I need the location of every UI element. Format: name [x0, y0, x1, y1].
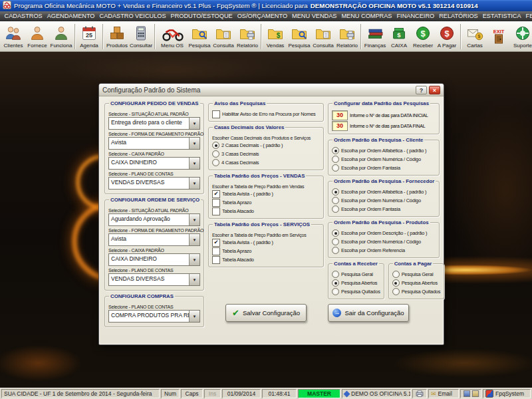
radio-checked-icon[interactable] — [332, 188, 339, 196]
toolbar-relatorio[interactable]: Relatório — [235, 22, 259, 51]
checkbox-tabela-aprazo[interactable]: Tabela Aprazo — [212, 247, 320, 255]
caixa-os-select[interactable]: CAIXA DINHEIRO▼ — [108, 253, 200, 266]
exit-config-button[interactable]: → Sair da Configuração — [328, 304, 409, 322]
menu-item-produto-estoque[interactable]: PRODUTO/ESTOQUE — [168, 11, 235, 21]
radio-escolha-por-ordem-descricao-padrao[interactable]: Escolha por Ordem Descrição - ( padrão ) — [332, 229, 436, 237]
situacao-pedido-select[interactable]: Entrega direto para o cliente▼ — [108, 117, 200, 130]
dialog-titlebar[interactable]: Configuração Padrão do Sistema ? × — [99, 84, 444, 96]
caixa-pedido-select[interactable]: CAIXA DINHEIRO▼ — [108, 157, 200, 170]
dropdown-arrow-icon[interactable]: ▼ — [189, 311, 200, 322]
checkbox-unchecked-icon[interactable] — [212, 110, 220, 118]
radio-escolha-por-ordem-fantasia[interactable]: Escolha por Ordem Fantasia — [332, 205, 436, 213]
menu-item-menu-compras[interactable]: MENU COMPRAS — [339, 11, 394, 21]
pagamento-os-select[interactable]: Avista▼ — [108, 233, 200, 246]
dialog-help-button[interactable]: ? — [416, 86, 427, 94]
menu-item-relatorios[interactable]: RELATÓRIOS — [437, 11, 481, 21]
radio-escolha-por-ordem-alfabetica-padra[interactable]: Escolha por Ordem Alfabética - ( padrão … — [332, 146, 436, 155]
checkbox-checked-icon[interactable] — [212, 190, 220, 198]
radio-escolha-por-ordem-numerica-codigo[interactable]: Escolha por Ordem Numérica / Código — [332, 237, 436, 246]
toolbar-suporte[interactable]: Suporte — [511, 22, 532, 51]
radio-escolha-por-ordem-alfabetica-padra[interactable]: Escolha por Ordem Alfabética - ( padrão … — [332, 188, 436, 196]
toolbar-relatorio[interactable]: Relatório — [335, 22, 359, 51]
menu-item-cadastro-veiculos[interactable]: CADASTRO VEICULOS — [97, 11, 168, 21]
toolbar-financas[interactable]: Finanças — [363, 22, 387, 51]
checkbox-tabela-atacado[interactable]: Tabela Atacado — [212, 207, 320, 215]
radio-unchecked-icon[interactable] — [332, 164, 339, 172]
radio-pesquisa-quitados[interactable]: Pesquisa Quitados — [392, 287, 441, 296]
pagamento-pedido-select[interactable]: Avista▼ — [108, 137, 200, 150]
status-tools[interactable] — [460, 389, 481, 398]
toolbar-produtos[interactable]: Produtos — [105, 22, 129, 51]
radio-escolha-por-ordem-numerica-codigo[interactable]: Escolha por Ordem Numérica / Código — [332, 155, 436, 164]
checkbox-habilitar-aviso-de-erro-na-procura[interactable]: Habilitar Aviso de Erro na Procura por N… — [212, 110, 320, 118]
dropdown-arrow-icon[interactable]: ▼ — [189, 158, 200, 169]
radio-escolha-por-ordem-referencia[interactable]: Escolha por Ordem Referencia — [332, 246, 436, 255]
radio-checked-icon[interactable] — [392, 279, 400, 287]
radio-3-casas-decimais[interactable]: 3 Casas Decimais — [212, 150, 320, 158]
radio-checked-icon[interactable] — [332, 229, 339, 237]
checkbox-unchecked-icon[interactable] — [212, 256, 220, 264]
checkbox-tabela-avista-padrao[interactable]: Tabela Avista - ( padrão ) — [212, 238, 320, 247]
toolbar-receber[interactable]: $Receber — [411, 22, 435, 51]
checkbox-tabela-avista-padrao[interactable]: Tabela Avista - ( padrão ) — [212, 190, 320, 198]
menu-item-financeiro[interactable]: FINANCEIRO — [394, 11, 437, 21]
toolbar-funciona[interactable]: Funciona — [49, 22, 73, 51]
dropdown-arrow-icon[interactable]: ▼ — [189, 118, 200, 129]
radio-unchecked-icon[interactable] — [212, 159, 219, 166]
radio-pesquisa-quitados[interactable]: Pesquisa Quitados — [332, 287, 380, 296]
dropdown-arrow-icon[interactable]: ▼ — [189, 234, 200, 245]
radio-escolha-por-ordem-fantasia[interactable]: Escolha por Ordem Fantasia — [332, 164, 436, 172]
toolbar-fornece[interactable]: Fornece — [25, 22, 49, 51]
radio-escolha-por-ordem-numerica-codigo[interactable]: Escolha por Ordem Numérica / Código — [332, 196, 436, 205]
toolbar-exit-sign[interactable]: EXIT — [487, 22, 511, 51]
dias-data-inicial-field[interactable]: 30 — [332, 110, 348, 120]
plano-compras-select[interactable]: COMPRA PRODUTOS PRA REVENDA▼ — [108, 310, 200, 323]
checkbox-unchecked-icon[interactable] — [212, 207, 220, 215]
radio-checked-icon[interactable] — [332, 147, 339, 154]
menu-item-estatistica[interactable]: ESTATISTICA — [480, 11, 523, 21]
menu-item-cadastros[interactable]: CADASTROS — [2, 11, 45, 21]
checkbox-unchecked-icon[interactable] — [212, 247, 220, 255]
toolbar-pesquisa[interactable]: Pesquisa — [188, 22, 211, 51]
dialog-close-button[interactable]: × — [429, 86, 440, 94]
radio-checked-icon[interactable] — [332, 279, 339, 287]
dropdown-arrow-icon[interactable]: ▼ — [189, 254, 200, 265]
radio-pesquisa-abertos[interactable]: Pesquisa Abertos — [332, 279, 380, 287]
radio-unchecked-icon[interactable] — [392, 271, 400, 278]
checkbox-tabela-atacado[interactable]: Tabela Atacado — [212, 255, 320, 264]
radio-unchecked-icon[interactable] — [332, 271, 339, 278]
radio-unchecked-icon[interactable] — [212, 150, 219, 158]
toolbar-caixa[interactable]: $CAIXA — [387, 22, 411, 51]
menu-item-ferramentas[interactable]: FERRAMENTAS — [523, 11, 532, 21]
plano-pedido-select[interactable]: VENDAS DIVERSAS▼ — [108, 177, 200, 190]
radio-unchecked-icon[interactable] — [332, 288, 339, 295]
toolbar-consulta[interactable]: Consulta — [211, 22, 235, 51]
toolbar-a-pagar[interactable]: $A Pagar — [435, 22, 459, 51]
toolbar-pesquisa[interactable]: Pesquisa — [287, 22, 311, 51]
radio-pesquisa-geral[interactable]: Pesquisa Geral — [332, 270, 380, 279]
radio-pesquisa-abertos[interactable]: Pesquisa Abertos — [392, 279, 441, 287]
toolbar-cartas[interactable]: $Cartas — [463, 22, 487, 51]
dropdown-arrow-icon[interactable]: ▼ — [189, 214, 200, 225]
radio-unchecked-icon[interactable] — [332, 238, 339, 245]
status-email-button[interactable]: ✉ Email — [428, 389, 459, 398]
status-printer-button[interactable] — [412, 389, 427, 398]
toolbar-menu-os[interactable]: Menu OS — [157, 22, 188, 51]
menu-item-menu-vendas[interactable]: MENU VENDAS — [290, 11, 339, 21]
radio-2-casas-decimais-padrao[interactable]: 2 Casas Decimais - ( padrão ) — [212, 141, 320, 150]
radio-4-casas-decimais[interactable]: 4 Casas Decimais — [212, 158, 320, 167]
checkbox-unchecked-icon[interactable] — [212, 199, 220, 207]
toolbar-agenda[interactable]: 25Agenda — [77, 22, 101, 51]
radio-checked-icon[interactable] — [212, 142, 219, 149]
situacao-os-select[interactable]: Aguardando Aprovação▼ — [108, 213, 200, 226]
toolbar-vendas[interactable]: $Vendas — [263, 22, 287, 51]
toolbar-consultar[interactable]: Consultar — [129, 22, 153, 51]
radio-unchecked-icon[interactable] — [332, 205, 339, 213]
dropdown-arrow-icon[interactable]: ▼ — [189, 178, 200, 189]
dias-data-final-field[interactable]: 30 — [332, 121, 348, 131]
checkbox-checked-icon[interactable] — [212, 239, 220, 247]
plano-os-select[interactable]: VENDAS DIVERSAS▼ — [108, 273, 200, 286]
toolbar-clientes[interactable]: Clientes — [1, 22, 25, 51]
checkbox-tabela-aprazo[interactable]: Tabela Aprazo — [212, 198, 320, 207]
radio-pesquisa-geral[interactable]: Pesquisa Geral — [392, 270, 441, 279]
